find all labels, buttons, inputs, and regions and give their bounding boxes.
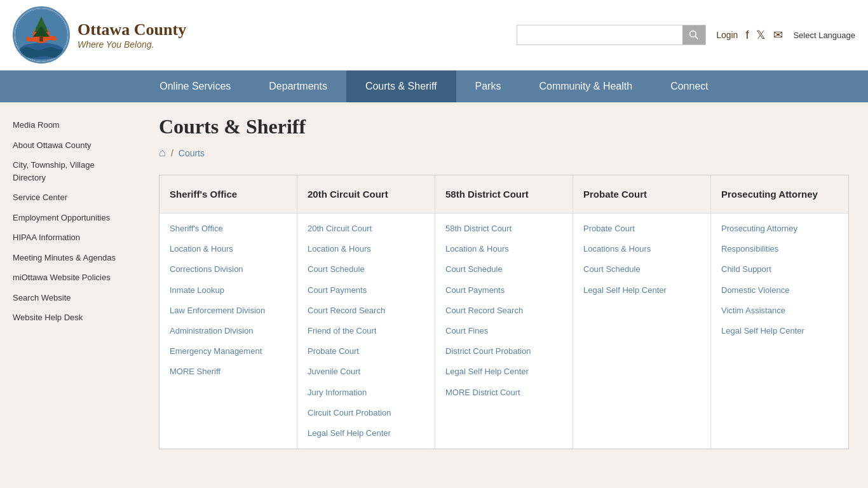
- main-nav: Online ServicesDepartmentsCourts & Sheri…: [0, 71, 868, 102]
- sidebar-link[interactable]: Service Center: [0, 187, 140, 208]
- column-link[interactable]: Legal Self Help Center: [573, 280, 710, 301]
- column-link[interactable]: 20th Circuit Court: [297, 219, 435, 239]
- nav-link-courts-sheriff[interactable]: Courts & Sheriff: [346, 71, 456, 102]
- logo-circle: [13, 6, 70, 64]
- logo-title: Ottawa County: [78, 20, 186, 39]
- sidebar: Media RoomAbout Ottawa CountyCity, Towns…: [0, 102, 140, 462]
- column-link[interactable]: Prosecuting Attorney: [711, 219, 848, 239]
- court-column-0: Sheriff's OfficeSheriff's OfficeLocation…: [159, 175, 297, 449]
- court-column-3: Probate CourtProbate CourtLocations & Ho…: [573, 175, 711, 449]
- column-links-0: Sheriff's OfficeLocation & HoursCorrecti…: [159, 214, 297, 388]
- column-links-4: Prosecuting AttorneyResponsibilitiesChil…: [711, 214, 848, 346]
- sidebar-link[interactable]: HIPAA Information: [0, 227, 140, 248]
- column-link[interactable]: Legal Self Help Center: [297, 423, 435, 444]
- twitter-icon[interactable]: 𝕏: [756, 28, 766, 42]
- content-wrapper: Media RoomAbout Ottawa CountyCity, Towns…: [0, 102, 868, 462]
- svg-point-7: [690, 31, 696, 37]
- breadcrumb-separator: /: [171, 148, 173, 158]
- sidebar-link[interactable]: Media Room: [0, 115, 140, 135]
- nav-list: Online ServicesDepartmentsCourts & Sheri…: [0, 71, 868, 102]
- search-input[interactable]: [517, 26, 682, 44]
- breadcrumb-home-link[interactable]: ⌂: [159, 146, 166, 159]
- column-link[interactable]: Responsibilities: [711, 239, 848, 259]
- column-link[interactable]: Location & Hours: [159, 239, 297, 259]
- email-icon[interactable]: ✉: [773, 28, 783, 42]
- nav-link-online-services[interactable]: Online Services: [140, 71, 250, 102]
- sidebar-link[interactable]: About Ottawa County: [0, 135, 140, 156]
- nav-link-connect[interactable]: Connect: [651, 71, 728, 102]
- column-header-2: 58th District Court: [435, 175, 573, 214]
- login-link[interactable]: Login: [716, 30, 738, 40]
- column-header-0: Sheriff's Office: [159, 175, 297, 214]
- column-link[interactable]: MORE Sheriff: [159, 362, 297, 382]
- column-links-3: Probate CourtLocations & HoursCourt Sche…: [573, 214, 710, 306]
- sidebar-link[interactable]: Employment Opportunities: [0, 208, 140, 228]
- column-link[interactable]: Friend of the Court: [297, 321, 435, 341]
- column-link[interactable]: Administration Division: [159, 321, 297, 341]
- column-link[interactable]: Court Fines: [435, 321, 573, 341]
- column-link[interactable]: Court Record Search: [435, 301, 573, 321]
- column-link[interactable]: Legal Self Help Center: [435, 362, 573, 382]
- logo-image: [15, 8, 68, 62]
- sidebar-link[interactable]: Website Help Desk: [0, 308, 140, 328]
- column-link[interactable]: Court Record Search: [297, 301, 435, 321]
- language-selector[interactable]: Select Language: [793, 30, 855, 40]
- sidebar-link[interactable]: City, Township, Village Directory: [0, 155, 140, 187]
- site-header: Ottawa County Where You Belong. Login f …: [0, 0, 868, 71]
- column-link[interactable]: Jury Information: [297, 383, 435, 403]
- breadcrumb-current-link[interactable]: Courts: [179, 148, 205, 158]
- column-link[interactable]: Probate Court: [573, 219, 710, 239]
- column-header-4: Prosecuting Attorney: [711, 175, 848, 214]
- nav-link-departments[interactable]: Departments: [250, 71, 346, 102]
- search-button[interactable]: [682, 25, 705, 44]
- logo-text: Ottawa County Where You Belong.: [78, 20, 186, 50]
- court-column-4: Prosecuting AttorneyProsecuting Attorney…: [711, 175, 848, 449]
- column-link[interactable]: Child Support: [711, 259, 848, 280]
- column-link[interactable]: Inmate Lookup: [159, 280, 297, 301]
- column-link[interactable]: Location & Hours: [435, 239, 573, 259]
- column-header-1: 20th Circuit Court: [297, 175, 435, 214]
- nav-link-parks[interactable]: Parks: [456, 71, 520, 102]
- column-link[interactable]: Court Payments: [435, 280, 573, 301]
- column-link[interactable]: Legal Self Help Center: [711, 321, 848, 341]
- column-link[interactable]: Circuit Court Probation: [297, 403, 435, 423]
- column-link[interactable]: Emergency Management: [159, 341, 297, 362]
- facebook-icon[interactable]: f: [745, 29, 749, 42]
- column-link[interactable]: Location & Hours: [297, 239, 435, 259]
- column-link[interactable]: Court Schedule: [297, 259, 435, 280]
- column-link[interactable]: Probate Court: [297, 341, 435, 362]
- header-actions: Login f 𝕏 ✉: [716, 28, 783, 42]
- sidebar-link[interactable]: Search Website: [0, 288, 140, 308]
- logo-subtitle: Where You Belong.: [78, 39, 186, 50]
- column-link[interactable]: MORE District Court: [435, 383, 573, 403]
- column-link[interactable]: Court Schedule: [435, 259, 573, 280]
- nav-item-connect: Connect: [651, 71, 728, 102]
- breadcrumb: ⌂ / Courts: [159, 146, 849, 159]
- nav-item-courts-sheriff: Courts & Sheriff: [346, 71, 456, 102]
- column-link[interactable]: Juvenile Court: [297, 362, 435, 382]
- court-column-1: 20th Circuit Court20th Circuit CourtLoca…: [297, 175, 435, 449]
- main-content: Courts & Sheriff ⌂ / Courts Sheriff's Of…: [140, 102, 868, 462]
- nav-link-community-health[interactable]: Community & Health: [520, 71, 651, 102]
- sidebar-link[interactable]: Meeting Minutes & Agendas: [0, 248, 140, 268]
- sidebar-link[interactable]: miOttawa Website Policies: [0, 268, 140, 288]
- nav-item-community-health: Community & Health: [520, 71, 651, 102]
- column-link[interactable]: Corrections Division: [159, 259, 297, 280]
- column-link[interactable]: Victim Assistance: [711, 301, 848, 321]
- column-link[interactable]: Law Enforcement Division: [159, 301, 297, 321]
- courts-grid: Sheriff's OfficeSheriff's OfficeLocation…: [159, 175, 849, 449]
- nav-item-departments: Departments: [250, 71, 346, 102]
- svg-line-8: [696, 36, 698, 39]
- column-link[interactable]: Domestic Violence: [711, 280, 848, 301]
- court-column-2: 58th District Court58th District CourtLo…: [435, 175, 573, 449]
- column-link[interactable]: Sheriff's Office: [159, 219, 297, 239]
- header-right: Login f 𝕏 ✉ Select Language: [517, 25, 855, 45]
- column-link[interactable]: 58th District Court: [435, 219, 573, 239]
- svg-rect-6: [39, 37, 43, 41]
- column-link[interactable]: Locations & Hours: [573, 239, 710, 259]
- column-link[interactable]: Court Schedule: [573, 259, 710, 280]
- column-link[interactable]: Court Payments: [297, 280, 435, 301]
- column-links-1: 20th Circuit CourtLocation & HoursCourt …: [297, 214, 435, 449]
- column-link[interactable]: District Court Probation: [435, 341, 573, 362]
- logo-area: Ottawa County Where You Belong.: [13, 6, 186, 64]
